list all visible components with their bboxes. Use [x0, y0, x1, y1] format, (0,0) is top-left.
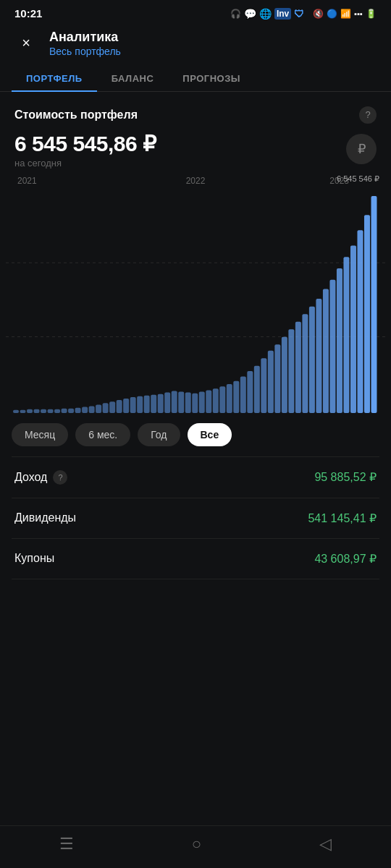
globe-icon: 🌐 — [259, 8, 272, 20]
portfolio-date: на сегодня — [14, 158, 156, 169]
stat-value-dividends: 541 145,41 ₽ — [308, 511, 377, 525]
svg-rect-2 — [13, 409, 19, 412]
svg-rect-21 — [144, 395, 150, 412]
svg-rect-23 — [158, 393, 164, 412]
svg-rect-50 — [343, 257, 349, 413]
svg-rect-36 — [247, 371, 253, 413]
svg-rect-7 — [48, 409, 54, 412]
svg-rect-43 — [295, 321, 301, 412]
msg-icon: 💬 — [244, 8, 256, 20]
svg-rect-47 — [323, 289, 329, 413]
svg-rect-18 — [123, 399, 129, 413]
bluetooth-icon: 🔵 — [327, 9, 337, 19]
chart-year-2021: 2021 — [17, 176, 37, 186]
battery-icon: 🔋 — [366, 9, 377, 19]
wifi-icon: 📶 — [340, 9, 351, 19]
status-icons: 🎧 💬 🌐 Inv 🛡 🔇 🔵 📶 ▪▪▪ 🔋 — [230, 8, 377, 20]
stat-label-coupons: Купоны — [14, 552, 54, 565]
svg-rect-54 — [371, 196, 377, 413]
svg-rect-39 — [268, 350, 274, 412]
filter-month[interactable]: Месяц — [12, 423, 68, 446]
section-header: Стоимость портфеля ? — [0, 92, 391, 128]
tab-bar: ПОРТФЕЛЬ БАЛАНС ПРОГНОЗЫ — [0, 66, 391, 92]
income-help-button[interactable]: ? — [53, 470, 67, 485]
svg-rect-51 — [350, 245, 356, 413]
status-bar: 10:21 🎧 💬 🌐 Inv 🛡 🔇 🔵 📶 ▪▪▪ 🔋 — [0, 0, 391, 24]
time-filters: Месяц 6 мес. Год Все — [0, 413, 391, 456]
svg-rect-32 — [219, 386, 225, 413]
filter-year[interactable]: Год — [138, 423, 180, 446]
nav-menu-icon[interactable]: ☰ — [59, 835, 74, 854]
divider-4 — [12, 579, 379, 579]
svg-rect-3 — [20, 409, 26, 412]
nav-home-icon[interactable]: ○ — [192, 835, 201, 854]
svg-rect-12 — [82, 407, 88, 412]
currency-button[interactable]: ₽ — [346, 134, 377, 164]
svg-rect-27 — [185, 392, 191, 412]
svg-rect-46 — [316, 299, 321, 413]
tab-portfolio[interactable]: ПОРТФЕЛЬ — [12, 66, 97, 91]
svg-rect-24 — [164, 392, 170, 412]
svg-rect-16 — [109, 401, 115, 413]
chart-year-2022: 2022 — [186, 176, 206, 186]
svg-rect-22 — [151, 394, 156, 412]
stat-label-income: Доход ? — [14, 470, 67, 485]
svg-rect-38 — [261, 358, 266, 413]
svg-rect-28 — [192, 393, 198, 412]
stat-row-coupons: Купоны 43 608,97 ₽ — [0, 539, 391, 579]
svg-rect-10 — [68, 408, 74, 412]
svg-rect-13 — [89, 406, 95, 412]
stat-value-coupons: 43 608,97 ₽ — [314, 552, 377, 566]
chart-container: 2021 2022 2023 6 545 546 ₽ — [0, 176, 391, 413]
svg-rect-53 — [364, 215, 370, 413]
ruble-icon: ₽ — [358, 141, 366, 157]
page-title: Аналитика — [49, 30, 121, 46]
inv-icon: Inv — [274, 8, 291, 20]
signal-icon: ▪▪▪ — [354, 9, 363, 18]
section-help-button[interactable]: ? — [359, 106, 377, 124]
svg-rect-25 — [172, 391, 177, 413]
portfolio-value-block: 6 545 545,86 ₽ на сегодня — [14, 131, 156, 169]
svg-rect-29 — [199, 391, 205, 412]
svg-rect-52 — [357, 230, 363, 413]
svg-rect-5 — [34, 409, 40, 412]
svg-rect-9 — [62, 408, 67, 412]
svg-rect-35 — [240, 376, 246, 413]
svg-rect-34 — [233, 380, 239, 412]
portfolio-chart — [6, 189, 385, 413]
svg-rect-20 — [137, 396, 143, 412]
svg-rect-14 — [96, 404, 101, 413]
headphone-icon: 🎧 — [230, 9, 241, 19]
close-icon: × — [22, 35, 30, 51]
svg-rect-17 — [117, 400, 122, 413]
portfolio-value-area: 6 545 545,86 ₽ на сегодня ₽ — [0, 128, 391, 176]
chart-top-value: 6 545 546 ₽ — [337, 174, 379, 184]
svg-rect-37 — [254, 365, 260, 412]
tab-balance[interactable]: БАЛАНС — [97, 66, 169, 91]
svg-rect-11 — [75, 407, 81, 412]
svg-rect-8 — [54, 409, 60, 412]
close-button[interactable]: × — [14, 32, 38, 55]
header: × Аналитика Весь портфель — [0, 24, 391, 66]
tab-forecast[interactable]: ПРОГНОЗЫ — [168, 66, 255, 91]
stat-row-dividends: Дивиденды 541 145,41 ₽ — [0, 498, 391, 538]
svg-rect-31 — [213, 388, 219, 413]
shield-icon: 🛡 — [294, 8, 304, 20]
filter-all[interactable]: Все — [188, 423, 232, 446]
svg-rect-26 — [178, 391, 184, 412]
section-title: Стоимость портфеля — [14, 109, 138, 122]
header-text: Аналитика Весь портфель — [49, 30, 121, 57]
nav-back-icon[interactable]: ◁ — [319, 835, 332, 854]
svg-rect-45 — [309, 306, 315, 412]
svg-rect-40 — [274, 344, 280, 413]
filter-6months[interactable]: 6 мес. — [75, 423, 130, 446]
mute-icon: 🔇 — [313, 9, 324, 19]
svg-rect-44 — [302, 314, 308, 413]
status-time: 10:21 — [14, 7, 42, 20]
svg-rect-6 — [41, 409, 46, 412]
svg-rect-49 — [337, 268, 342, 413]
svg-rect-4 — [27, 409, 33, 412]
svg-rect-15 — [103, 403, 109, 413]
stat-label-dividends: Дивиденды — [14, 511, 76, 524]
svg-rect-30 — [206, 390, 211, 413]
